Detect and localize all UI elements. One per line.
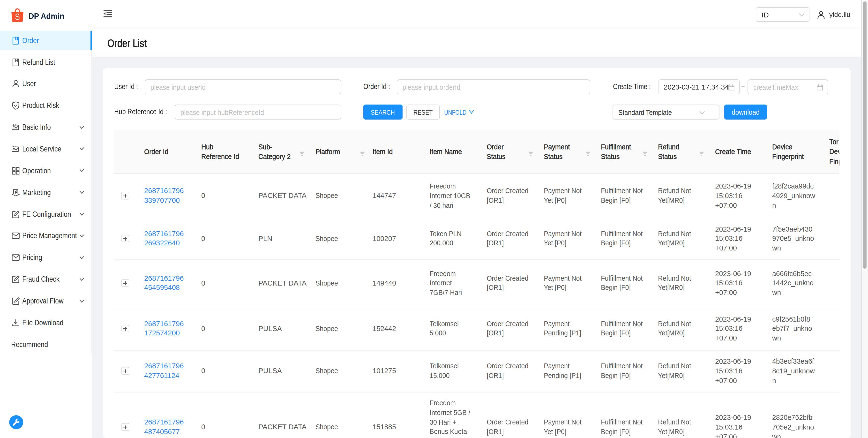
svg-text:S: S [15,12,20,22]
